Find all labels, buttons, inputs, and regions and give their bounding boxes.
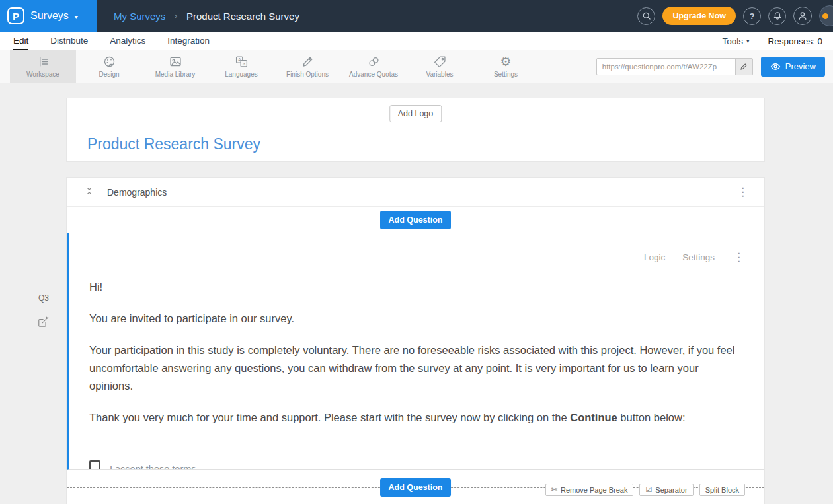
separator-check-icon: ☑ (645, 486, 652, 494)
survey-page: Add Logo Product Research Survey Demogra… (66, 98, 765, 504)
toolbar-label: Variables (426, 71, 454, 78)
add-question-button[interactable]: Add Question (380, 211, 452, 229)
upgrade-now-button[interactable]: Upgrade Now (662, 7, 736, 25)
toolbar-item-settings[interactable]: ⚙ Settings (473, 50, 539, 83)
paragraph-text: Thank you very much for your time and su… (89, 412, 570, 423)
toolbar-label: Workspace (26, 71, 60, 78)
design-palette-icon (102, 55, 116, 69)
settings-gear-icon: ⚙ (500, 55, 511, 69)
tools-label: Tools (722, 36, 743, 46)
breadcrumb-my-surveys[interactable]: My Surveys (114, 11, 165, 22)
add-logo-button[interactable]: Add Logo (389, 105, 442, 122)
remove-page-break-button[interactable]: ✄ Remove Page Break (545, 484, 634, 496)
breadcrumb-current-survey: Product Research Survey (186, 11, 299, 22)
search-icon[interactable] (637, 7, 655, 25)
remove-page-break-label: Remove Page Break (561, 486, 628, 494)
page-break-row: Add Question ✄ Remove Page Break ☑ Separ… (67, 470, 764, 504)
survey-url-field (596, 58, 753, 75)
preview-label: Preview (785, 61, 816, 71)
question-paragraph: Hi! (89, 278, 744, 296)
finish-options-pencil-icon (301, 55, 315, 69)
section-menu-kebab-icon[interactable]: ⋮ (737, 186, 748, 198)
tab-integration[interactable]: Integration (167, 32, 210, 50)
topbar-actions: Upgrade Now ? (637, 5, 833, 26)
question-body: Hi! You are invited to participate in ou… (89, 278, 744, 470)
subnav-right: Tools ▾ Responses: 0 (722, 32, 822, 50)
notifications-bell-icon[interactable] (768, 7, 786, 25)
question-settings-button[interactable]: Settings (682, 252, 715, 262)
question-logic-button[interactable]: Logic (644, 252, 665, 262)
chevron-down-icon: ▾ (746, 38, 750, 44)
app-root: P Surveys ▾ My Surveys › Product Researc… (0, 0, 833, 504)
question-actions: Logic Settings ⋮ (644, 252, 744, 263)
question-paragraph: Your participation in this study is comp… (89, 342, 744, 395)
toolbar-item-finish-options[interactable]: Finish Options (274, 50, 340, 83)
terms-label-field[interactable]: I accept these terms (110, 460, 223, 470)
section-title[interactable]: Demographics (107, 187, 167, 198)
add-question-button-bottom[interactable]: Add Question (380, 478, 452, 497)
survey-header-card: Add Logo Product Research Survey (66, 98, 765, 162)
terms-label: I accept these terms (110, 464, 196, 470)
toolbar-item-languages[interactable]: Aa Languages (208, 50, 274, 83)
logo-letter: P (13, 11, 19, 22)
topbar: P Surveys ▾ My Surveys › Product Researc… (0, 0, 833, 32)
tab-distribute[interactable]: Distribute (50, 32, 88, 50)
advance-quotas-links-icon (367, 55, 381, 69)
toolbar-label: Advance Quotas (349, 71, 398, 78)
section-header: Demographics ⋮ (67, 178, 764, 207)
preview-button[interactable]: Preview (761, 57, 825, 77)
breadcrumb-separator: › (174, 11, 178, 21)
question-card[interactable]: Logic Settings ⋮ Hi! You are invited to … (67, 233, 764, 470)
toolbar-item-design[interactable]: Design (76, 50, 142, 83)
toolbar-label: Design (99, 71, 119, 78)
paragraph-text: button below: (617, 412, 686, 423)
tools-dropdown[interactable]: Tools ▾ (722, 36, 749, 46)
responses-count: Responses: 0 (768, 36, 822, 46)
feedback-dot-icon (822, 13, 828, 19)
variables-tag-icon (433, 55, 447, 69)
question-paragraph: Thank you very much for your time and su… (89, 409, 744, 427)
terms-checkbox[interactable] (89, 460, 100, 470)
add-question-row: Add Question (67, 207, 764, 233)
toolbar-label: Finish Options (286, 71, 329, 78)
question-divider (89, 441, 744, 441)
product-name: Surveys (30, 10, 69, 22)
svg-text:a: a (242, 61, 245, 67)
breadcrumb: My Surveys › Product Research Survey (114, 11, 299, 22)
page-break-actions: ✄ Remove Page Break ☑ Separator Split Bl… (545, 484, 745, 496)
collapse-section-icon[interactable] (84, 186, 95, 199)
help-icon[interactable]: ? (743, 7, 761, 25)
edit-url-pencil-icon[interactable] (735, 59, 752, 75)
toolbar-label: Languages (225, 71, 258, 78)
survey-nav: Edit Distribute Analytics Integration To… (0, 32, 833, 50)
split-block-button[interactable]: Split Block (699, 484, 745, 496)
toolbar-label: Media Library (155, 71, 196, 78)
user-avatar[interactable] (793, 7, 812, 25)
toolbar-item-media-library[interactable]: Media Library (142, 50, 208, 83)
product-switcher[interactable]: P Surveys ▾ (0, 0, 97, 32)
workspace-icon (36, 55, 50, 69)
tab-analytics[interactable]: Analytics (110, 32, 145, 50)
separator-button[interactable]: ☑ Separator (639, 484, 693, 496)
survey-url-input[interactable] (597, 63, 735, 71)
edit-question-icon[interactable] (37, 316, 50, 331)
tab-edit[interactable]: Edit (13, 32, 28, 50)
toolbar-item-workspace[interactable]: Workspace (10, 50, 76, 83)
question-menu-kebab-icon[interactable]: ⋮ (733, 252, 744, 263)
continue-bold-text: Continue (570, 412, 617, 423)
toolbar-item-variables[interactable]: Variables (407, 50, 473, 83)
feedback-widget[interactable] (819, 5, 833, 26)
question-number-label: Q3 (38, 293, 49, 303)
media-library-icon (169, 55, 182, 69)
terms-option-row: I accept these terms (89, 460, 744, 470)
toolbar-right: Preview (596, 50, 833, 83)
remove-page-break-icon: ✄ (551, 486, 557, 494)
split-block-label: Split Block (705, 486, 739, 494)
editor-toolbar: Workspace Design Media Library Aa Langua… (0, 50, 833, 83)
eye-icon (770, 61, 781, 72)
separator-label: Separator (655, 486, 687, 494)
questionpro-logo-icon: P (7, 7, 24, 24)
toolbar-item-advance-quotas[interactable]: Advance Quotas (340, 50, 407, 83)
survey-title[interactable]: Product Research Survey (87, 135, 260, 153)
question-paragraph: You are invited to participate in our su… (89, 310, 744, 328)
